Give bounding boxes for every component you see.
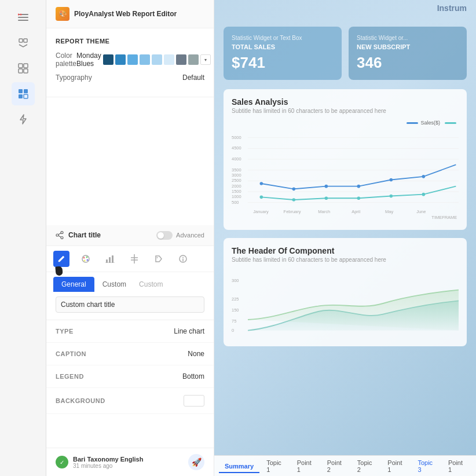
sales-chart-area: 5000 4500 4000 3500 3000 2500 2000 1500 …: [232, 129, 459, 222]
subtabs-row: General Custom Custom: [46, 272, 214, 292]
custom-chart-title-input[interactable]: Custom chart title: [56, 296, 204, 313]
prop-background: BACKGROUND: [46, 388, 214, 414]
typography-row: Typography Default: [56, 74, 204, 82]
tab-pen-icon[interactable]: [53, 251, 69, 267]
color-palette-control[interactable]: Monday Blues ▾: [76, 52, 211, 68]
panel-header: 🎨 PloyAnalyst Web Report Editor: [46, 0, 214, 28]
spacer-area: [46, 97, 214, 225]
advanced-toggle-group[interactable]: Advanced: [156, 231, 204, 240]
tab-topic2[interactable]: Topic 2: [351, 456, 381, 477]
rocket-button[interactable]: 🚀: [188, 454, 204, 470]
palette-dropdown-btn[interactable]: ▾: [200, 54, 211, 65]
tab-point1[interactable]: Point 1: [291, 456, 320, 477]
svg-text:May: May: [385, 209, 393, 214]
menu-icon[interactable]: [12, 6, 35, 29]
bolt-icon[interactable]: [12, 108, 35, 131]
main-panel: 🎨 PloyAnalyst Web Report Editor REPORT T…: [46, 0, 214, 476]
tab-topic3[interactable]: Topic 3: [412, 456, 441, 477]
svg-point-27: [357, 196, 361, 200]
svg-point-45: [18, 14, 20, 16]
stat-widget-1-label: Statistic Widget or Text Box: [232, 35, 334, 41]
stat-widget-1: Statistic Widget or Text Box TOTAL SALES…: [224, 27, 342, 80]
svg-point-29: [422, 193, 426, 196]
cursor-indicator: [55, 266, 63, 276]
svg-point-76: [182, 257, 184, 258]
prop-legend-val[interactable]: Bottom: [182, 372, 204, 380]
svg-point-26: [325, 196, 328, 200]
svg-line-60: [58, 233, 61, 235]
prop-legend-key: LEGEND: [56, 373, 84, 380]
svg-rect-49: [19, 64, 23, 68]
import-icon[interactable]: [12, 31, 35, 54]
typography-value: Default: [182, 74, 204, 82]
tab-point1c[interactable]: Point 1: [442, 456, 471, 477]
svg-rect-56: [24, 94, 28, 98]
properties-list: TYPE Line chart CAPTION None LEGEND Bott…: [46, 320, 214, 448]
svg-point-22: [390, 178, 393, 182]
tab-adjust-icon[interactable]: [126, 251, 142, 267]
advanced-toggle-switch[interactable]: [156, 231, 173, 240]
swatch-2: [115, 54, 126, 65]
svg-text:February: February: [284, 209, 301, 214]
svg-point-58: [56, 234, 58, 236]
svg-text:500: 500: [232, 200, 239, 205]
svg-text:0: 0: [232, 328, 234, 333]
tab-bar-icon[interactable]: [102, 251, 118, 267]
component-chart-area: 300 225 150 75 0: [232, 269, 459, 338]
tab-summary[interactable]: Summary: [219, 459, 259, 473]
grid-icon[interactable]: [12, 57, 35, 80]
bg-color-picker[interactable]: [184, 395, 204, 407]
svg-text:2000: 2000: [232, 184, 241, 189]
svg-text:5000: 5000: [232, 135, 241, 140]
color-swatches[interactable]: ▾: [103, 54, 211, 65]
user-avatar: ✓: [56, 456, 68, 468]
chart-settings-icon[interactable]: [12, 82, 35, 105]
bottom-tabs-bar: Summary Topic 1 Point 1 Point 2 Topic 2 …: [214, 455, 476, 476]
svg-text:75: 75: [232, 318, 236, 324]
chart-title-bar: Chart title Advanced: [46, 225, 214, 246]
prop-caption-val[interactable]: None: [188, 350, 204, 358]
svg-rect-69: [112, 255, 113, 263]
svg-point-19: [292, 188, 296, 191]
prop-bg-key: BACKGROUND: [56, 397, 105, 404]
svg-point-25: [292, 198, 296, 202]
component-header-chart: The Header Of Component Subtitle has lim…: [224, 238, 467, 346]
svg-text:300: 300: [232, 278, 239, 283]
tab-tag-icon[interactable]: [151, 251, 167, 267]
svg-point-59: [61, 237, 63, 239]
tab-palette-icon[interactable]: [78, 251, 94, 267]
swatch-1: [103, 54, 113, 65]
prop-type: TYPE Line chart: [46, 320, 214, 343]
prop-type-key: TYPE: [56, 328, 74, 335]
swatch-7: [176, 54, 186, 65]
user-info: ✓ Bari Taxonomy English 31 minutes ago: [56, 456, 143, 469]
svg-point-62: [82, 255, 89, 262]
report-theme-title: REPORT THEME: [56, 38, 204, 45]
svg-point-64: [86, 256, 88, 258]
tab-point2[interactable]: Point 2: [321, 456, 350, 477]
stat-widget-2-label: Statistic Widget or...: [357, 35, 459, 41]
subtab-custom[interactable]: Custom: [94, 277, 134, 292]
swatch-5: [152, 54, 162, 65]
prop-caption: CAPTION None: [46, 343, 214, 365]
svg-point-18: [260, 182, 263, 185]
subtab-general[interactable]: General: [53, 277, 94, 292]
component-chart-subtitle: Subtitle has limited in 60 characters to…: [232, 257, 459, 263]
tab-info-icon[interactable]: [175, 251, 191, 267]
prop-type-val[interactable]: Line chart: [174, 327, 204, 335]
tab-point1b[interactable]: Point 1: [382, 456, 411, 477]
svg-rect-55: [19, 94, 23, 98]
svg-text:March: March: [318, 209, 330, 214]
component-chart-title: The Header Of Component: [232, 246, 459, 255]
toggle-knob: [158, 232, 164, 239]
stat-widget-2: Statistic Widget or... NEW SUBSCRIPT 346: [349, 27, 467, 80]
tab-topic1[interactable]: Topic 1: [261, 456, 290, 477]
svg-text:4500: 4500: [232, 145, 241, 151]
dashboard-title: Instrum: [437, 3, 467, 13]
advanced-label: Advanced: [176, 232, 204, 239]
color-palette-value: Monday Blues: [76, 52, 101, 68]
svg-text:2500: 2500: [232, 178, 241, 183]
prop-legend: LEGEND Bottom: [46, 365, 214, 388]
report-theme-section: REPORT THEME Color palette Monday Blues …: [46, 28, 214, 97]
stat-widgets-row: Statistic Widget or Text Box TOTAL SALES…: [224, 27, 467, 80]
